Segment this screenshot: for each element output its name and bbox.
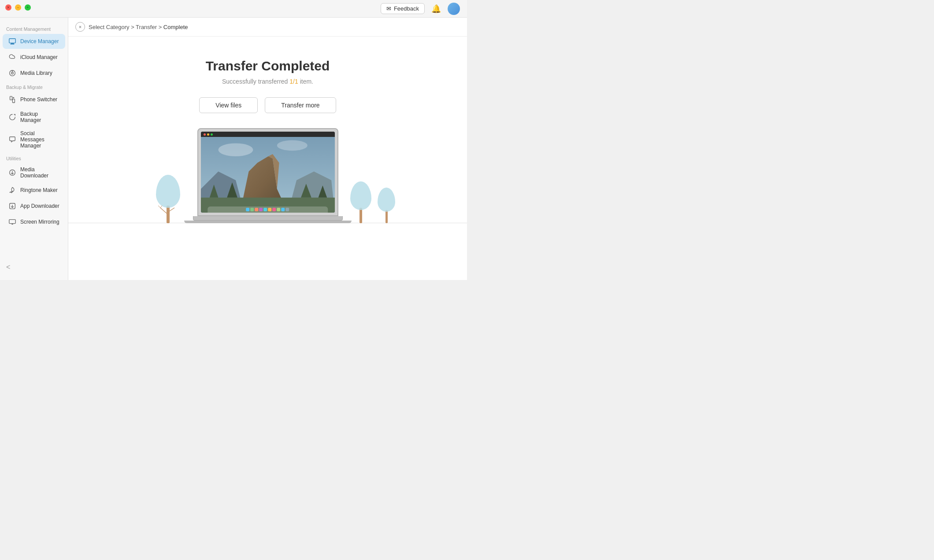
svg-point-22 [218, 143, 253, 156]
transfer-area: Transfer Completed Successfully transfer… [68, 37, 467, 280]
laptop-dock [208, 206, 328, 213]
maximize-icon: + [26, 5, 29, 10]
trunk [385, 210, 388, 223]
screen-mirroring-label: Screen Mirroring [20, 219, 59, 225]
sidebar-item-ringtone-maker[interactable]: Ringtone Maker [3, 183, 65, 198]
minimize-button[interactable]: − [15, 4, 21, 11]
social-messages-icon [8, 135, 17, 144]
dock-icon-3 [255, 208, 259, 211]
transfer-count: 1/1 [289, 78, 298, 85]
transfer-subtitle: Successfully transferred 1/1 item. [222, 78, 313, 85]
sidebar-item-media-downloader[interactable]: Media Downloader [3, 163, 65, 182]
sidebar-item-social-messages[interactable]: Social Messages Manager [3, 127, 65, 152]
chevron-left-icon: < [6, 263, 10, 271]
traffic-lights: ✕ − + [5, 4, 31, 11]
svg-rect-7 [12, 99, 15, 103]
laptop-wallpaper [201, 137, 335, 213]
dock-icon-5 [264, 208, 267, 211]
subtitle-post: item. [298, 78, 313, 85]
right-tree-2 [378, 188, 395, 223]
laptop-screen-wrapper [197, 128, 338, 216]
dock-icon-4 [259, 208, 263, 211]
dock-icon-10 [286, 208, 289, 211]
svg-line-19 [158, 206, 160, 208]
close-button[interactable]: ✕ [5, 4, 11, 11]
leaf-shape [378, 188, 395, 212]
breadcrumb-step-2: Transfer [136, 24, 157, 30]
media-downloader-icon [8, 168, 17, 177]
svg-rect-0 [9, 39, 15, 43]
sidebar-item-app-downloader[interactable]: App Downloader [3, 199, 65, 214]
bell-icon: 🔔 [431, 4, 441, 14]
svg-line-18 [168, 208, 174, 212]
menu-dot-yellow [207, 133, 209, 136]
media-library-label: Media Library [20, 70, 52, 76]
sidebar-item-media-library[interactable]: Media Library [3, 66, 65, 81]
dock-icon-8 [277, 208, 281, 211]
breadcrumb: Select Category > Transfer > Complete [89, 24, 188, 30]
illustration [68, 131, 467, 245]
sidebar-item-backup-manager[interactable]: Backup Manager [3, 108, 65, 126]
phone-switcher-label: Phone Switcher [20, 96, 57, 103]
laptop [184, 128, 352, 223]
svg-point-10 [11, 192, 12, 193]
svg-rect-6 [10, 96, 12, 100]
transfer-more-button[interactable]: Transfer more [265, 97, 336, 113]
breadcrumb-separator-2: > [159, 24, 163, 30]
leaf-shape [350, 181, 371, 210]
breadcrumb-close-button[interactable]: × [75, 22, 85, 32]
sidebar-item-device-manager[interactable]: Device Manager [3, 34, 65, 49]
avatar[interactable] [448, 3, 460, 15]
icloud-label: iCloud Manager [20, 54, 58, 60]
svg-rect-13 [9, 220, 15, 224]
backup-manager-label: Backup Manager [20, 111, 60, 123]
social-messages-label: Social Messages Manager [20, 130, 60, 149]
maximize-button[interactable]: + [25, 4, 31, 11]
dock-icon-7 [273, 208, 276, 211]
sidebar-collapse-button[interactable]: < [0, 260, 68, 275]
laptop-menubar [201, 132, 335, 137]
breadcrumb-bar: × Select Category > Transfer > Complete [68, 18, 467, 37]
laptop-foot [184, 221, 352, 223]
laptop-screen [201, 132, 335, 213]
svg-line-17 [160, 208, 168, 214]
trunk [360, 208, 362, 223]
section-label-content: Content Management [0, 23, 68, 33]
breadcrumb-step-3: Complete [163, 24, 188, 30]
dock-icon-2 [251, 208, 254, 211]
left-tree-1 [156, 175, 180, 223]
section-label-backup: Backup & Migrate [0, 81, 68, 92]
svg-point-23 [277, 140, 307, 151]
view-files-button[interactable]: View files [199, 97, 258, 113]
menu-dot-green [211, 133, 213, 136]
app-body: Content Management Device Manager iCloud… [0, 18, 467, 280]
titlebar-actions: ✉ Feedback 🔔 [381, 3, 460, 15]
bare-branches [156, 206, 180, 223]
close-icon: ✕ [7, 5, 10, 10]
notification-button[interactable]: 🔔 [430, 3, 442, 15]
device-manager-icon [8, 37, 17, 46]
subtitle-pre: Successfully transferred [222, 78, 289, 85]
laptop-base [193, 216, 343, 221]
backup-manager-icon [8, 113, 17, 122]
phone-switcher-icon [8, 95, 17, 104]
sidebar-item-phone-switcher[interactable]: Phone Switcher [3, 92, 65, 107]
wallpaper-svg [201, 137, 335, 213]
menu-dot-red [204, 133, 206, 136]
close-icon: × [79, 24, 82, 29]
ringtone-maker-icon [8, 186, 17, 195]
dock-icon-6 [268, 208, 272, 211]
app-downloader-icon [8, 202, 17, 210]
sidebar-item-screen-mirroring[interactable]: Screen Mirroring [3, 214, 65, 229]
svg-line-20 [160, 206, 162, 208]
breadcrumb-separator-1: > [131, 24, 136, 30]
right-tree-1 [350, 181, 371, 223]
app-downloader-label: App Downloader [20, 203, 59, 209]
breadcrumb-step-1: Select Category [89, 24, 130, 30]
titlebar: ✕ − + ✉ Feedback 🔔 [0, 0, 467, 18]
sidebar-item-icloud-manager[interactable]: iCloud Manager [3, 50, 65, 65]
leaf-shape [156, 175, 180, 208]
feedback-button[interactable]: ✉ Feedback [381, 3, 425, 14]
main-content: × Select Category > Transfer > Complete … [68, 18, 467, 280]
media-library-icon [8, 69, 17, 77]
